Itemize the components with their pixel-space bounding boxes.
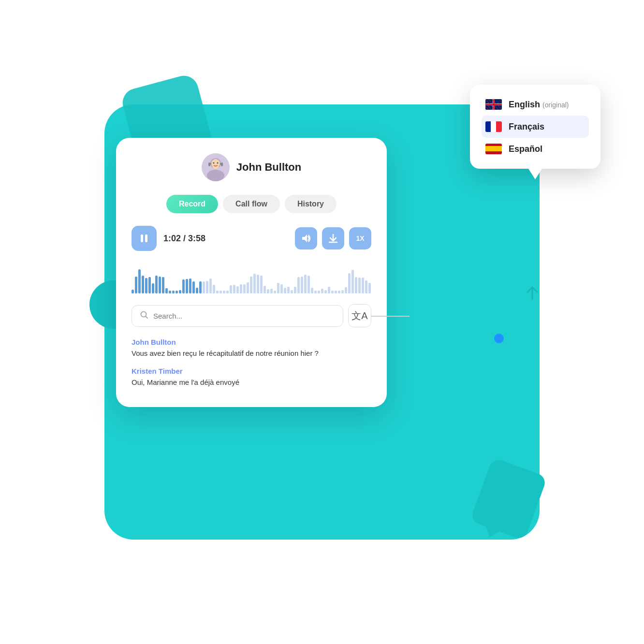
lang-item-english[interactable]: English (original) (482, 93, 589, 116)
transcript-entry-0: John Bullton Vous avez bien reçu le réca… (132, 338, 371, 359)
waveform (132, 260, 371, 293)
time-separator: / (183, 234, 186, 243)
svg-point-7 (217, 162, 218, 164)
svg-marker-10 (302, 234, 307, 242)
search-icon (140, 310, 148, 322)
tabs-container: Record Call flow History (132, 195, 371, 213)
main-card: John Bullton Record Call flow History 1:… (116, 138, 387, 407)
lang-item-french[interactable]: Français (482, 116, 589, 138)
player-controls: 1X (295, 227, 371, 249)
player-row: 1:02 / 3:58 (132, 226, 371, 251)
svg-point-6 (213, 162, 214, 164)
arrow-indicator (525, 285, 540, 303)
lang-label-english: English (original) (509, 100, 569, 110)
search-input-wrap (132, 305, 343, 327)
tab-record[interactable]: Record (166, 195, 218, 213)
pause-icon (139, 233, 149, 244)
translate-button[interactable]: 文A (348, 304, 371, 327)
lang-label-spanish: Español (509, 144, 542, 154)
tab-history[interactable]: History (285, 195, 337, 213)
speed-button[interactable]: 1X (349, 227, 371, 249)
connector-line (371, 316, 410, 317)
time-display: 1:02 / 3:58 (163, 234, 288, 244)
dropdown-arrow (528, 169, 542, 179)
svg-rect-9 (145, 234, 147, 242)
download-icon (328, 233, 338, 244)
speaker-name-1: Kristen Timber (132, 367, 371, 375)
flag-uk (485, 99, 502, 110)
translate-icon: 文A (351, 309, 367, 322)
svg-point-2 (207, 170, 224, 181)
scene: John Bullton Record Call flow History 1:… (0, 0, 644, 644)
lang-label-french: Français (509, 122, 544, 132)
volume-button[interactable] (295, 227, 317, 249)
volume-icon (301, 233, 311, 244)
up-arrow-icon (525, 285, 540, 301)
svg-point-5 (211, 159, 220, 168)
time-total: 3:58 (188, 234, 205, 243)
avatar (202, 153, 230, 181)
lang-english-text: English (509, 100, 540, 109)
lang-original-tag: (original) (542, 101, 569, 109)
search-row: 文A (132, 304, 371, 327)
search-svg (140, 310, 148, 319)
svg-rect-3 (208, 162, 210, 166)
pause-button[interactable] (132, 226, 157, 251)
transcript-entry-1: Kristen Timber Oui, Marianne me l'a déjà… (132, 367, 371, 388)
language-dropdown: English (original) Français Español (470, 85, 600, 169)
deco-dot (494, 334, 504, 343)
svg-rect-8 (141, 234, 143, 242)
transcript: John Bullton Vous avez bien reçu le réca… (132, 338, 371, 388)
speaker-text-1: Oui, Marianne me l'a déjà envoyé (132, 377, 371, 388)
svg-rect-4 (221, 162, 223, 166)
lang-item-spanish[interactable]: Español (482, 138, 589, 160)
user-header: John Bullton (132, 153, 371, 181)
download-button[interactable] (322, 227, 344, 249)
flag-es (485, 144, 502, 154)
search-input[interactable] (153, 312, 335, 320)
flag-fr (485, 121, 502, 132)
speaker-name-0: John Bullton (132, 338, 371, 346)
time-current: 1:02 (163, 234, 181, 243)
tab-call-flow[interactable]: Call flow (223, 195, 280, 213)
user-name: John Bullton (236, 161, 301, 174)
speaker-text-0: Vous avez bien reçu le récapitulatif de … (132, 348, 371, 359)
